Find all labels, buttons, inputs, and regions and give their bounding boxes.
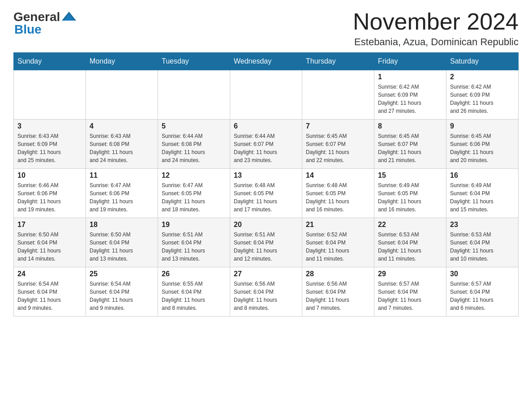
calendar-day-cell: 8Sunrise: 6:45 AM Sunset: 6:07 PM Daylig… [374, 120, 446, 169]
logo: General Blue [13, 9, 77, 37]
empty-cell [230, 70, 302, 120]
calendar-day-cell: 26Sunrise: 6:55 AM Sunset: 6:04 PM Dayli… [158, 267, 230, 317]
day-info: Sunrise: 6:52 AM Sunset: 6:04 PM Dayligh… [306, 231, 370, 263]
day-number: 29 [378, 270, 442, 278]
calendar-day-cell: 13Sunrise: 6:48 AM Sunset: 6:05 PM Dayli… [230, 169, 302, 218]
day-number: 11 [90, 171, 154, 180]
calendar-day-cell: 3Sunrise: 6:43 AM Sunset: 6:09 PM Daylig… [14, 120, 86, 169]
calendar-week-row: 3Sunrise: 6:43 AM Sunset: 6:09 PM Daylig… [14, 120, 519, 169]
logo-blue-text: Blue [14, 22, 42, 37]
day-info: Sunrise: 6:57 AM Sunset: 6:04 PM Dayligh… [450, 280, 515, 312]
day-number: 1 [378, 73, 442, 81]
day-info: Sunrise: 6:42 AM Sunset: 6:09 PM Dayligh… [450, 83, 515, 115]
day-number: 26 [162, 270, 226, 278]
day-info: Sunrise: 6:51 AM Sunset: 6:04 PM Dayligh… [234, 231, 298, 263]
day-info: Sunrise: 6:54 AM Sunset: 6:04 PM Dayligh… [90, 280, 154, 312]
calendar-day-cell: 12Sunrise: 6:47 AM Sunset: 6:05 PM Dayli… [158, 169, 230, 218]
calendar-day-cell: 9Sunrise: 6:45 AM Sunset: 6:06 PM Daylig… [446, 120, 519, 169]
day-number: 3 [17, 122, 82, 130]
calendar-day-cell: 11Sunrise: 6:47 AM Sunset: 6:06 PM Dayli… [86, 169, 158, 218]
day-number: 9 [450, 122, 515, 130]
day-info: Sunrise: 6:42 AM Sunset: 6:09 PM Dayligh… [378, 83, 442, 115]
day-info: Sunrise: 6:50 AM Sunset: 6:04 PM Dayligh… [17, 231, 82, 263]
logo-icon [61, 9, 77, 25]
day-info: Sunrise: 6:53 AM Sunset: 6:04 PM Dayligh… [378, 231, 442, 263]
calendar-week-row: 17Sunrise: 6:50 AM Sunset: 6:04 PM Dayli… [14, 218, 519, 267]
calendar-day-cell: 15Sunrise: 6:49 AM Sunset: 6:05 PM Dayli… [374, 169, 446, 218]
calendar-day-cell: 25Sunrise: 6:54 AM Sunset: 6:04 PM Dayli… [86, 267, 158, 317]
day-info: Sunrise: 6:53 AM Sunset: 6:04 PM Dayligh… [450, 231, 515, 263]
calendar-day-cell: 2Sunrise: 6:42 AM Sunset: 6:09 PM Daylig… [446, 70, 519, 120]
day-info: Sunrise: 6:44 AM Sunset: 6:07 PM Dayligh… [234, 132, 298, 164]
calendar-week-row: 10Sunrise: 6:46 AM Sunset: 6:06 PM Dayli… [14, 169, 519, 218]
day-info: Sunrise: 6:44 AM Sunset: 6:08 PM Dayligh… [162, 132, 226, 164]
empty-cell [158, 70, 230, 120]
weekday-header-sunday: Sunday [14, 53, 86, 70]
day-number: 19 [162, 221, 226, 229]
calendar-day-cell: 18Sunrise: 6:50 AM Sunset: 6:04 PM Dayli… [86, 218, 158, 267]
calendar-day-cell: 27Sunrise: 6:56 AM Sunset: 6:04 PM Dayli… [230, 267, 302, 317]
day-info: Sunrise: 6:51 AM Sunset: 6:04 PM Dayligh… [162, 231, 226, 263]
calendar-day-cell: 16Sunrise: 6:49 AM Sunset: 6:04 PM Dayli… [446, 169, 519, 218]
day-info: Sunrise: 6:56 AM Sunset: 6:04 PM Dayligh… [234, 280, 298, 312]
day-info: Sunrise: 6:50 AM Sunset: 6:04 PM Dayligh… [90, 231, 154, 263]
calendar-day-cell: 7Sunrise: 6:45 AM Sunset: 6:07 PM Daylig… [302, 120, 374, 169]
calendar-day-cell: 17Sunrise: 6:50 AM Sunset: 6:04 PM Dayli… [14, 218, 86, 267]
day-number: 18 [90, 221, 154, 229]
day-number: 8 [378, 122, 442, 130]
empty-cell [86, 70, 158, 120]
weekday-header-tuesday: Tuesday [158, 53, 230, 70]
calendar-day-cell: 14Sunrise: 6:48 AM Sunset: 6:05 PM Dayli… [302, 169, 374, 218]
day-number: 10 [17, 171, 82, 180]
day-number: 20 [234, 221, 298, 229]
calendar-day-cell: 21Sunrise: 6:52 AM Sunset: 6:04 PM Dayli… [302, 218, 374, 267]
calendar-day-cell: 4Sunrise: 6:43 AM Sunset: 6:08 PM Daylig… [86, 120, 158, 169]
day-number: 12 [162, 171, 226, 180]
day-info: Sunrise: 6:43 AM Sunset: 6:08 PM Dayligh… [90, 132, 154, 164]
weekday-header-monday: Monday [86, 53, 158, 70]
page-header: General Blue November 2024 Estebania, Az… [13, 9, 519, 48]
calendar-day-cell: 20Sunrise: 6:51 AM Sunset: 6:04 PM Dayli… [230, 218, 302, 267]
day-info: Sunrise: 6:43 AM Sunset: 6:09 PM Dayligh… [17, 132, 82, 164]
calendar-week-row: 1Sunrise: 6:42 AM Sunset: 6:09 PM Daylig… [14, 70, 519, 120]
weekday-header-saturday: Saturday [446, 53, 519, 70]
day-info: Sunrise: 6:55 AM Sunset: 6:04 PM Dayligh… [162, 280, 226, 312]
day-number: 25 [90, 270, 154, 278]
day-info: Sunrise: 6:45 AM Sunset: 6:07 PM Dayligh… [306, 132, 370, 164]
day-info: Sunrise: 6:46 AM Sunset: 6:06 PM Dayligh… [17, 181, 82, 214]
weekday-header-thursday: Thursday [302, 53, 374, 70]
day-info: Sunrise: 6:54 AM Sunset: 6:04 PM Dayligh… [17, 280, 82, 312]
calendar-table: SundayMondayTuesdayWednesdayThursdayFrid… [13, 52, 519, 317]
calendar-day-cell: 10Sunrise: 6:46 AM Sunset: 6:06 PM Dayli… [14, 169, 86, 218]
day-info: Sunrise: 6:48 AM Sunset: 6:05 PM Dayligh… [234, 181, 298, 214]
day-number: 13 [234, 171, 298, 180]
calendar-day-cell: 23Sunrise: 6:53 AM Sunset: 6:04 PM Dayli… [446, 218, 519, 267]
calendar-day-cell: 24Sunrise: 6:54 AM Sunset: 6:04 PM Dayli… [14, 267, 86, 317]
weekday-header-friday: Friday [374, 53, 446, 70]
day-number: 5 [162, 122, 226, 130]
day-info: Sunrise: 6:47 AM Sunset: 6:05 PM Dayligh… [162, 181, 226, 214]
empty-cell [302, 70, 374, 120]
location-subtitle: Estebania, Azua, Dominican Republic [353, 36, 519, 48]
day-number: 28 [306, 270, 370, 278]
day-info: Sunrise: 6:49 AM Sunset: 6:04 PM Dayligh… [450, 181, 515, 214]
day-number: 16 [450, 171, 515, 180]
calendar-day-cell: 6Sunrise: 6:44 AM Sunset: 6:07 PM Daylig… [230, 120, 302, 169]
day-info: Sunrise: 6:45 AM Sunset: 6:06 PM Dayligh… [450, 132, 515, 164]
day-number: 7 [306, 122, 370, 130]
calendar-day-cell: 30Sunrise: 6:57 AM Sunset: 6:04 PM Dayli… [446, 267, 519, 317]
day-info: Sunrise: 6:47 AM Sunset: 6:06 PM Dayligh… [90, 181, 154, 214]
weekday-header-wednesday: Wednesday [230, 53, 302, 70]
calendar-day-cell: 5Sunrise: 6:44 AM Sunset: 6:08 PM Daylig… [158, 120, 230, 169]
day-info: Sunrise: 6:56 AM Sunset: 6:04 PM Dayligh… [306, 280, 370, 312]
month-year-title: November 2024 [353, 9, 519, 34]
calendar-week-row: 24Sunrise: 6:54 AM Sunset: 6:04 PM Dayli… [14, 267, 519, 317]
day-number: 24 [17, 270, 82, 278]
day-number: 2 [450, 73, 515, 81]
day-info: Sunrise: 6:57 AM Sunset: 6:04 PM Dayligh… [378, 280, 442, 312]
calendar-day-cell: 19Sunrise: 6:51 AM Sunset: 6:04 PM Dayli… [158, 218, 230, 267]
day-number: 15 [378, 171, 442, 180]
day-number: 27 [234, 270, 298, 278]
calendar-day-cell: 28Sunrise: 6:56 AM Sunset: 6:04 PM Dayli… [302, 267, 374, 317]
day-number: 6 [234, 122, 298, 130]
